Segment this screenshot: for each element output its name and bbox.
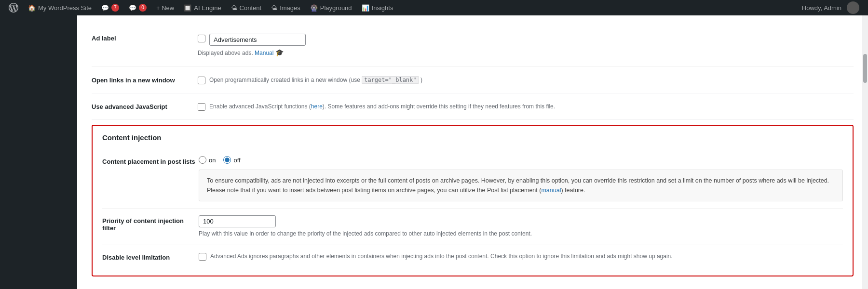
graduation-icon: 🎓 xyxy=(275,49,284,56)
priority-input[interactable] xyxy=(199,215,276,227)
disable-level-checkbox-group: Advanced Ads ignores paragraphs and othe… xyxy=(199,252,843,261)
open-links-checkbox-group: Open programmatically created links in a… xyxy=(198,76,854,84)
content-area: Ad label Displayed above ads. Manual 🎓 O… xyxy=(77,15,868,289)
wp-logo-item[interactable] xyxy=(4,0,23,15)
placement-radio-group: on off xyxy=(199,156,843,164)
images-label: Images xyxy=(280,4,300,12)
priority-label: Priority of content injection filter xyxy=(102,215,199,232)
advanced-js-label: Use advanced JavaScript xyxy=(92,102,198,110)
priority-control: Play with this value in order to change … xyxy=(199,215,843,238)
placement-row: Content placement in post lists on off xyxy=(102,149,843,209)
new-label: + New xyxy=(156,4,174,12)
open-links-row: Open links in a new window Open programm… xyxy=(92,67,854,93)
scrollbar-thumb[interactable] xyxy=(863,54,867,83)
section-title: Content injection xyxy=(102,133,843,142)
ad-label-label: Ad label xyxy=(92,34,198,42)
radio-off-input[interactable] xyxy=(223,156,231,164)
disable-level-label: Disable level limitation xyxy=(102,252,199,261)
content-label: Content xyxy=(240,4,262,12)
ai-engine-icon: 🔲 xyxy=(184,4,191,12)
placement-desc-box: To ensure compatibility, ads are not inj… xyxy=(199,170,843,201)
open-links-checkbox[interactable] xyxy=(198,77,205,84)
content-icon: 🌤 xyxy=(231,4,237,12)
priority-help: Play with this value in order to change … xyxy=(199,229,843,238)
disable-level-help: Advanced Ads ignores paragraphs and othe… xyxy=(210,252,673,261)
advanced-js-control: Enable advanced JavaScript functions (he… xyxy=(198,102,854,111)
advanced-js-checkbox[interactable] xyxy=(198,103,205,111)
radio-off-option[interactable]: off xyxy=(223,156,240,164)
advanced-js-link[interactable]: here xyxy=(311,103,323,110)
howdy-label: Howdy, Admin xyxy=(802,4,841,12)
site-name: My WordPress Site xyxy=(38,4,92,12)
scrollbar-track[interactable] xyxy=(862,15,868,289)
radio-on-input[interactable] xyxy=(199,156,206,164)
comments-icon: 💬 xyxy=(101,4,109,12)
insights-label: Insights xyxy=(372,4,393,12)
open-links-label: Open links in a new window xyxy=(92,76,198,84)
insights-item[interactable]: 📊 Insights xyxy=(357,0,398,15)
open-links-control: Open programmatically created links in a… xyxy=(198,76,854,84)
insights-icon: 📊 xyxy=(362,4,369,12)
sidebar xyxy=(0,15,77,289)
comments-badge: 7 xyxy=(111,4,119,12)
ai-engine-label: AI Engine xyxy=(194,4,221,12)
ad-label-checkbox-group xyxy=(198,34,854,46)
images-icon: 🌤 xyxy=(271,4,277,12)
advanced-js-checkbox-group: Enable advanced JavaScript functions (he… xyxy=(198,102,854,111)
placement-label: Content placement in post lists xyxy=(102,156,199,165)
ad-label-row: Ad label Displayed above ads. Manual 🎓 xyxy=(92,25,854,67)
admin-bar: 🏠 My WordPress Site 💬 7 💬 0 + New 🔲 AI E… xyxy=(0,0,868,15)
disable-level-checkbox[interactable] xyxy=(199,253,206,261)
ad-label-control: Displayed above ads. Manual 🎓 xyxy=(198,34,854,58)
ai-engine-item[interactable]: 🔲 AI Engine xyxy=(179,0,226,15)
advanced-js-row: Use advanced JavaScript Enable advanced … xyxy=(92,93,854,120)
playground-icon: 🎡 xyxy=(310,4,318,12)
open-links-code: target="_blank" xyxy=(362,76,419,84)
messages-item[interactable]: 💬 0 xyxy=(124,0,151,15)
comments-item[interactable]: 💬 7 xyxy=(96,0,124,15)
open-links-help: Open programmatically created links in a… xyxy=(209,76,422,84)
howdy-item[interactable]: Howdy, Admin xyxy=(797,0,864,15)
messages-badge: 0 xyxy=(139,4,147,12)
ad-label-checkbox[interactable] xyxy=(198,35,205,42)
content-item[interactable]: 🌤 Content xyxy=(226,0,267,15)
avatar xyxy=(847,1,859,14)
placement-control: on off To ensure compatibility, ads are … xyxy=(199,156,843,201)
placement-desc-link[interactable]: manual xyxy=(541,187,561,194)
content-injection-section: Content injection Content placement in p… xyxy=(92,125,854,276)
disable-level-control: Advanced Ads ignores paragraphs and othe… xyxy=(199,252,843,261)
main-wrap: Ad label Displayed above ads. Manual 🎓 O… xyxy=(0,15,868,289)
radio-off-label: off xyxy=(233,157,240,164)
new-item[interactable]: + New xyxy=(151,0,179,15)
ad-label-help: Displayed above ads. Manual 🎓 xyxy=(198,48,854,58)
priority-row: Priority of content injection filter Pla… xyxy=(102,209,843,245)
radio-on-label: on xyxy=(209,157,216,164)
messages-icon: 💬 xyxy=(129,4,136,12)
home-icon: 🏠 xyxy=(28,4,36,12)
disable-level-row: Disable level limitation Advanced Ads ig… xyxy=(102,245,843,268)
ad-label-input[interactable] xyxy=(209,34,306,46)
playground-label: Playground xyxy=(320,4,352,12)
ad-label-manual-link[interactable]: Manual xyxy=(255,50,273,56)
images-item[interactable]: 🌤 Images xyxy=(266,0,305,15)
radio-on-option[interactable]: on xyxy=(199,156,216,164)
site-name-item[interactable]: 🏠 My WordPress Site xyxy=(23,0,96,15)
advanced-js-help: Enable advanced JavaScript functions (he… xyxy=(209,102,555,111)
playground-item[interactable]: 🎡 Playground xyxy=(305,0,357,15)
